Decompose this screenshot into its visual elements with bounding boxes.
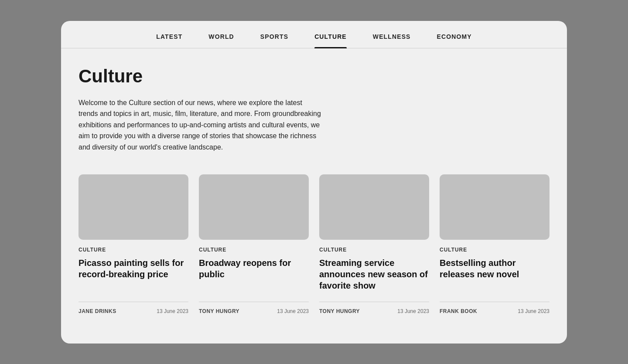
navigation: LATESTWORLDSPORTSCULTUREWELLNESSECONOMY — [61, 21, 567, 48]
article-card-3[interactable]: CULTURE Bestselling author releases new … — [440, 174, 550, 314]
article-image — [440, 174, 550, 240]
nav-item-sports[interactable]: SPORTS — [260, 33, 288, 48]
page-container: LATESTWORLDSPORTSCULTUREWELLNESSECONOMY … — [61, 21, 567, 344]
article-category: CULTURE — [78, 247, 188, 253]
article-card-2[interactable]: CULTURE Streaming service announces new … — [319, 174, 429, 314]
page-title: Culture — [78, 66, 550, 87]
article-date: 13 June 2023 — [157, 308, 188, 314]
article-image — [319, 174, 429, 240]
article-category: CULTURE — [440, 247, 550, 253]
article-meta: TONY HUNGRY 13 June 2023 — [319, 302, 429, 314]
page-description: Welcome to the Culture section of our ne… — [78, 97, 323, 153]
article-meta: FRANK BOOK 13 June 2023 — [440, 302, 550, 314]
article-image — [199, 174, 309, 240]
article-category: CULTURE — [319, 247, 429, 253]
article-title: Broadway reopens for public — [199, 257, 309, 291]
nav-item-wellness[interactable]: WELLNESS — [373, 33, 411, 48]
main-content: Culture Welcome to the Culture section o… — [61, 66, 567, 315]
article-title: Bestselling author releases new novel — [440, 257, 550, 291]
article-card-1[interactable]: CULTURE Broadway reopens for public TONY… — [199, 174, 309, 314]
article-date: 13 June 2023 — [518, 308, 550, 314]
article-category: CULTURE — [199, 247, 309, 253]
article-meta: JANE DRINKS 13 June 2023 — [78, 302, 188, 314]
article-author: TONY HUNGRY — [319, 308, 360, 314]
article-title: Streaming service announces new season o… — [319, 257, 429, 291]
article-author: TONY HUNGRY — [199, 308, 239, 314]
article-date: 13 June 2023 — [397, 308, 429, 314]
nav-item-world[interactable]: WORLD — [208, 33, 234, 48]
article-title: Picasso painting sells for record-breaki… — [78, 257, 188, 291]
nav-item-latest[interactable]: LATEST — [156, 33, 182, 48]
article-author: JANE DRINKS — [78, 308, 116, 314]
article-meta: TONY HUNGRY 13 June 2023 — [199, 302, 309, 314]
article-date: 13 June 2023 — [277, 308, 309, 314]
article-card-0[interactable]: CULTURE Picasso painting sells for recor… — [78, 174, 188, 314]
article-author: FRANK BOOK — [440, 308, 477, 314]
nav-item-economy[interactable]: ECONOMY — [437, 33, 472, 48]
articles-grid: CULTURE Picasso painting sells for recor… — [78, 174, 550, 314]
nav-item-culture[interactable]: CULTURE — [314, 33, 347, 48]
article-image — [78, 174, 188, 240]
